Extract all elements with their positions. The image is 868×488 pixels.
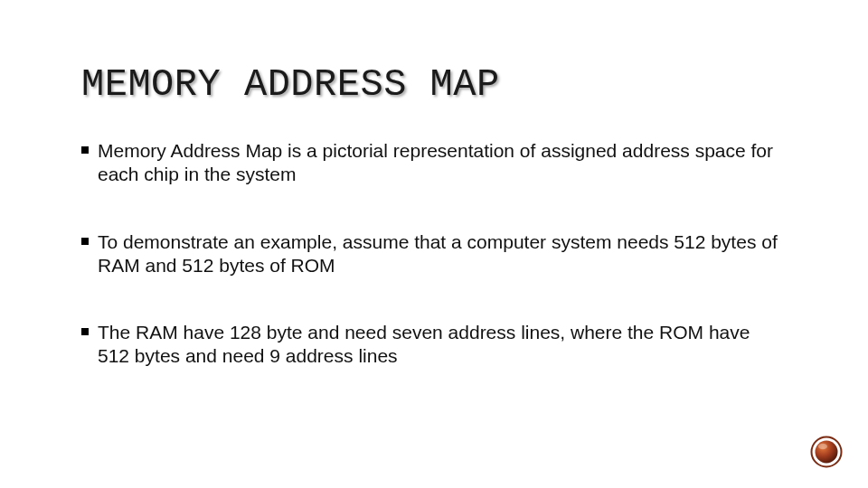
list-item: The RAM have 128 byte and need seven add… <box>81 321 787 369</box>
list-item: Memory Address Map is a pictorial repres… <box>81 139 787 187</box>
bullet-list: Memory Address Map is a pictorial repres… <box>81 139 787 369</box>
list-item: To demonstrate an example, assume that a… <box>81 230 787 278</box>
bullet-text: To demonstrate an example, assume that a… <box>98 230 787 278</box>
bullet-marker-icon <box>81 238 89 245</box>
bullet-marker-icon <box>81 328 89 335</box>
bullet-marker-icon <box>81 146 89 154</box>
theme-orb-icon <box>810 436 843 468</box>
svg-point-1 <box>816 441 838 464</box>
slide: MEMORY ADDRESS MAP Memory Address Map is… <box>0 0 868 488</box>
bullet-text: The RAM have 128 byte and need seven add… <box>98 321 787 369</box>
svg-point-2 <box>818 444 827 449</box>
slide-title: MEMORY ADDRESS MAP <box>81 63 787 107</box>
bullet-text: Memory Address Map is a pictorial repres… <box>98 139 787 187</box>
